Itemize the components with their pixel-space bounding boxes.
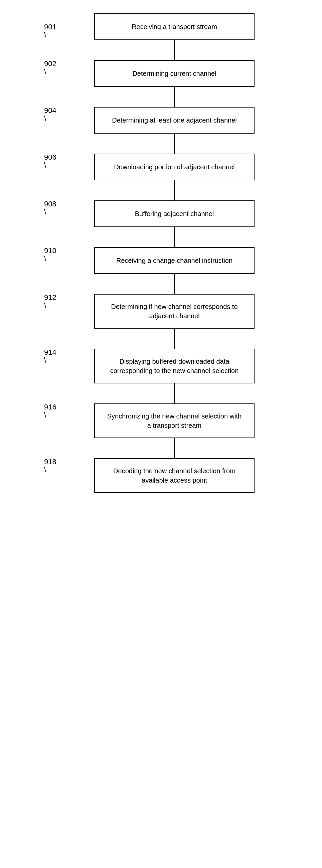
top-line-912 <box>174 284 175 294</box>
flow-item-902: 902Determining current channel <box>44 50 278 97</box>
flow-item-912: 912Determining if new channel correspond… <box>44 284 278 339</box>
top-line-908 <box>174 190 175 200</box>
step-label-914: 914 <box>44 339 71 365</box>
step-label-918: 918 <box>44 448 71 474</box>
box-connector-918: Decoding the new channel selection from … <box>71 448 278 493</box>
step-label-910: 910 <box>44 237 71 263</box>
flow-box-908: Buffering adjacent channel <box>94 200 255 227</box>
flow-box-901: Receiving a transport stream <box>94 13 255 40</box>
step-label-916: 916 <box>44 394 71 420</box>
top-line-902 <box>174 50 175 60</box>
flow-box-918: Decoding the new channel selection from … <box>94 458 255 493</box>
bottom-line-912 <box>174 329 175 339</box>
box-connector-901: Receiving a transport stream <box>71 13 278 50</box>
step-label-906: 906 <box>44 144 71 170</box>
step-label-912: 912 <box>44 284 71 310</box>
flow-box-910: Receiving a change channel instruction <box>94 247 255 274</box>
bottom-line-904 <box>174 133 175 144</box>
box-connector-904: Determining at least one adjacent channe… <box>71 97 278 144</box>
flow-box-914: Displaying buffered downloaded data corr… <box>94 349 255 383</box>
flow-item-904: 904Determining at least one adjacent cha… <box>44 97 278 144</box>
bottom-line-910 <box>174 274 175 284</box>
flow-item-906: 906Downloading portion of adjacent chann… <box>44 144 278 190</box>
bottom-line-908 <box>174 227 175 237</box>
flow-box-904: Determining at least one adjacent channe… <box>94 107 255 133</box>
top-line-910 <box>174 237 175 247</box>
flow-box-916: Synchronizing the new channel selection … <box>94 403 255 438</box>
step-label-908: 908 <box>44 190 71 216</box>
box-connector-910: Receiving a change channel instruction <box>71 237 278 284</box>
box-connector-912: Determining if new channel corresponds t… <box>71 284 278 339</box>
top-line-916 <box>174 394 175 403</box>
box-connector-916: Synchronizing the new channel selection … <box>71 394 278 448</box>
bottom-line-906 <box>174 180 175 190</box>
flow-item-918: 918Decoding the new channel selection fr… <box>44 448 278 493</box>
step-label-904: 904 <box>44 97 71 123</box>
top-line-906 <box>174 144 175 154</box>
flow-item-916: 916Synchronizing the new channel selecti… <box>44 394 278 448</box>
box-connector-906: Downloading portion of adjacent channel <box>71 144 278 190</box>
flow-item-914: 914Displaying buffered downloaded data c… <box>44 339 278 394</box>
step-label-902: 902 <box>44 50 71 76</box>
bottom-line-914 <box>174 383 175 394</box>
flow-item-901: 901Receiving a transport stream <box>44 13 278 50</box>
flow-box-906: Downloading portion of adjacent channel <box>94 154 255 180</box>
box-connector-908: Buffering adjacent channel <box>71 190 278 237</box>
bottom-line-901 <box>174 40 175 50</box>
bottom-line-902 <box>174 87 175 97</box>
step-label-901: 901 <box>44 13 71 39</box>
flow-item-910: 910Receiving a change channel instructio… <box>44 237 278 284</box>
flow-box-912: Determining if new channel corresponds t… <box>94 294 255 329</box>
top-line-904 <box>174 97 175 107</box>
bottom-line-916 <box>174 438 175 448</box>
box-connector-902: Determining current channel <box>71 50 278 97</box>
top-line-914 <box>174 339 175 349</box>
flowchart: 901Receiving a transport stream902Determ… <box>44 13 278 855</box>
top-line-918 <box>174 448 175 458</box>
flow-item-908: 908Buffering adjacent channel <box>44 190 278 237</box>
box-connector-914: Displaying buffered downloaded data corr… <box>71 339 278 394</box>
flow-box-902: Determining current channel <box>94 60 255 87</box>
